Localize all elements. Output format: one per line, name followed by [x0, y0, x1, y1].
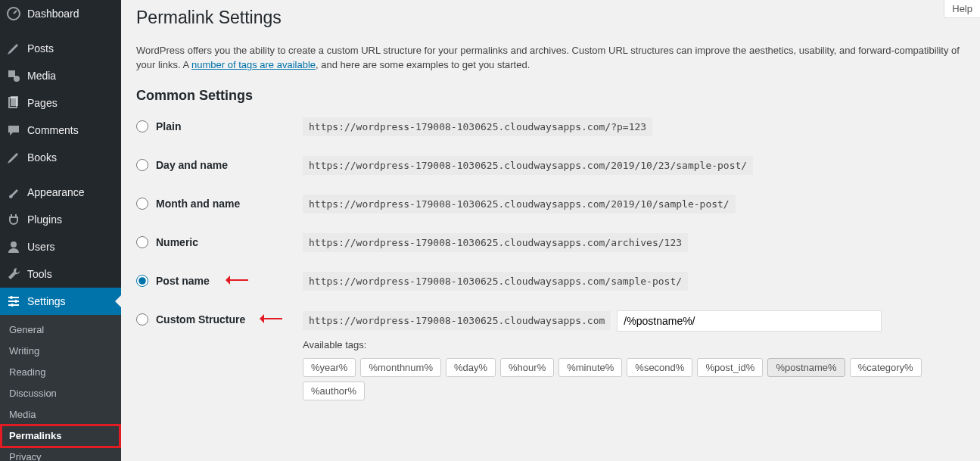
sidebar-item-label: Posts: [27, 42, 54, 55]
sidebar-item-pages[interactable]: Pages: [0, 89, 121, 117]
user-icon: [6, 239, 21, 254]
sidebar-item-label: Dashboard: [27, 8, 79, 20]
tag-second-button[interactable]: %second%: [627, 358, 692, 377]
svg-point-11: [11, 304, 14, 307]
svg-rect-4: [11, 96, 18, 106]
option-label-numeric: Numeric: [156, 236, 198, 248]
svg-point-5: [11, 241, 17, 248]
radio-month-and-name[interactable]: [136, 198, 148, 210]
tag-post-id-button[interactable]: %post_id%: [697, 358, 763, 377]
tag-day-button[interactable]: %day%: [446, 358, 496, 377]
sidebar-item-media[interactable]: Media: [0, 62, 121, 89]
sidebar-item-label: Comments: [27, 124, 79, 136]
tag-year-button[interactable]: %year%: [303, 358, 356, 377]
svg-point-2: [14, 76, 20, 82]
svg-rect-1: [8, 70, 15, 77]
tag-monthnum-button[interactable]: %monthnum%: [360, 358, 441, 377]
sidebar-item-label: Settings: [27, 295, 66, 307]
radio-custom-structure[interactable]: [136, 313, 148, 326]
sidebar-item-label: Tools: [27, 268, 52, 280]
sidebar-item-posts[interactable]: Posts: [0, 35, 121, 62]
svg-point-10: [14, 300, 17, 303]
option-row-postname: Post name https://wordpress-179008-10306…: [136, 272, 965, 291]
sidebar-item-dashboard[interactable]: Dashboard: [0, 0, 121, 27]
media-icon: [6, 68, 21, 83]
plug-icon: [6, 212, 21, 227]
option-row-custom: Custom Structure https://wordpress-17900…: [136, 310, 965, 400]
tag-author-button[interactable]: %author%: [303, 382, 365, 400]
sidebar-item-label: Books: [27, 151, 57, 164]
available-tags-row: %year% %monthnum% %day% %hour% %minute% …: [303, 358, 965, 400]
option-label-day: Day and name: [156, 159, 228, 171]
main-content: Help Permalink Settings WordPress offers…: [121, 0, 980, 461]
tag-hour-button[interactable]: %hour%: [500, 358, 554, 377]
tags-available-link[interactable]: number of tags are available: [191, 59, 316, 70]
sidebar-item-books[interactable]: Books: [0, 144, 121, 171]
option-row-numeric: Numeric https://wordpress-179008-1030625…: [136, 233, 965, 252]
url-sample-numeric: https://wordpress-179008-1030625.cloudwa…: [303, 233, 688, 252]
option-row-month: Month and name https://wordpress-179008-…: [136, 195, 965, 213]
tag-category-button[interactable]: %category%: [850, 358, 922, 377]
pin-icon: [6, 150, 21, 165]
sidebar-item-tools[interactable]: Tools: [0, 260, 121, 288]
radio-post-name[interactable]: [136, 275, 148, 287]
submenu-privacy[interactable]: Privacy: [0, 447, 121, 461]
sidebar-item-appearance[interactable]: Appearance: [0, 179, 121, 206]
page-title: Permalink Settings: [136, 0, 965, 33]
pages-icon: [6, 95, 21, 111]
submenu-permalinks[interactable]: Permalinks: [0, 425, 121, 447]
radio-plain[interactable]: [136, 120, 148, 132]
url-sample-month: https://wordpress-179008-1030625.cloudwa…: [303, 195, 736, 213]
submenu-reading[interactable]: Reading: [0, 362, 121, 383]
option-label-custom: Custom Structure: [156, 313, 245, 326]
submenu-general[interactable]: General: [0, 319, 121, 341]
settings-submenu: General Writing Reading Discussion Media…: [0, 315, 121, 461]
sidebar-item-settings[interactable]: Settings: [0, 288, 121, 315]
sidebar-item-comments[interactable]: Comments: [0, 117, 121, 144]
help-tab[interactable]: Help: [944, 0, 980, 18]
comments-icon: [6, 123, 21, 138]
radio-day-and-name[interactable]: [136, 159, 148, 171]
option-label-month: Month and name: [156, 198, 240, 210]
custom-base-url: https://wordpress-179008-1030625.cloudwa…: [303, 311, 611, 330]
submenu-media[interactable]: Media: [0, 404, 121, 425]
url-sample-plain: https://wordpress-179008-1030625.cloudwa…: [303, 117, 652, 136]
radio-numeric[interactable]: [136, 236, 148, 248]
dashboard-icon: [6, 6, 21, 21]
sidebar-item-label: Plugins: [27, 213, 62, 226]
tag-postname-button[interactable]: %postname%: [767, 358, 845, 377]
submenu-writing[interactable]: Writing: [0, 341, 121, 362]
sidebar-item-label: Media: [27, 70, 56, 82]
sidebar-item-label: Users: [27, 241, 55, 253]
pin-icon: [6, 41, 21, 56]
sidebar-item-label: Appearance: [27, 186, 85, 198]
sidebar-item-plugins[interactable]: Plugins: [0, 206, 121, 233]
wrench-icon: [6, 266, 21, 282]
option-row-day: Day and name https://wordpress-179008-10…: [136, 156, 965, 175]
custom-structure-input[interactable]: [617, 310, 882, 332]
intro-text: WordPress offers you the ability to crea…: [136, 43, 965, 73]
url-sample-day: https://wordpress-179008-1030625.cloudwa…: [303, 156, 753, 175]
admin-sidebar: Dashboard Posts Media Pages Comments Boo…: [0, 0, 121, 461]
option-row-plain: Plain https://wordpress-179008-1030625.c…: [136, 117, 965, 136]
option-label-plain: Plain: [156, 120, 181, 132]
tag-minute-button[interactable]: %minute%: [558, 358, 622, 377]
submenu-discussion[interactable]: Discussion: [0, 383, 121, 404]
intro-post: , and here are some examples to get you …: [316, 59, 530, 70]
common-settings-heading: Common Settings: [136, 88, 965, 104]
sidebar-item-label: Pages: [27, 97, 58, 109]
sidebar-item-users[interactable]: Users: [0, 233, 121, 260]
option-label-postname: Post name: [156, 275, 210, 287]
available-tags-label: Available tags:: [303, 339, 965, 350]
url-sample-postname: https://wordpress-179008-1030625.cloudwa…: [303, 272, 688, 291]
settings-icon: [6, 294, 21, 309]
brush-icon: [6, 185, 21, 200]
svg-point-9: [10, 296, 13, 299]
